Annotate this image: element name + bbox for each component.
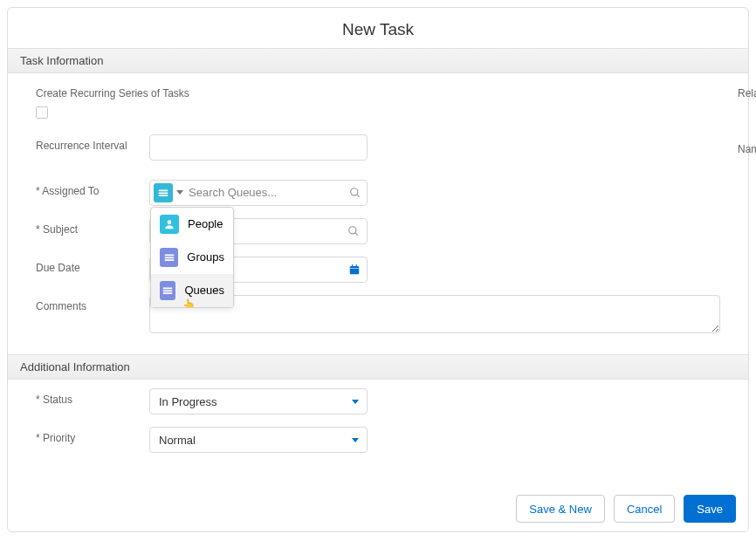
groups-icon xyxy=(160,248,178,267)
left-column: Create Recurring Series of Tasks Recurre… xyxy=(36,82,720,349)
assigned-to-input[interactable] xyxy=(189,186,349,199)
cancel-button[interactable]: Cancel xyxy=(614,495,675,523)
label-recurrence-interval: Recurrence Interval xyxy=(36,134,149,154)
menu-item-label: Queues xyxy=(184,284,224,297)
svg-line-1 xyxy=(357,194,360,196)
svg-line-4 xyxy=(355,232,358,235)
menu-item-queues[interactable]: Queues 👆 xyxy=(151,274,233,307)
new-task-modal: New Task Task Information Create Recurri… xyxy=(7,7,749,532)
priority-select[interactable]: Normal xyxy=(149,427,368,453)
cursor-icon: 👆 xyxy=(182,298,196,308)
svg-point-0 xyxy=(351,188,358,195)
queues-icon xyxy=(160,281,175,300)
modal-footer: Save & New Cancel Save xyxy=(516,495,736,523)
svg-rect-8 xyxy=(356,264,357,266)
comments-textarea[interactable] xyxy=(149,295,720,333)
label-priority: * Priority xyxy=(36,427,149,446)
save-and-new-button[interactable]: Save & New xyxy=(516,495,605,523)
label-due-date: Due Date xyxy=(36,257,149,276)
label-name: Name xyxy=(738,138,756,157)
status-select[interactable]: In Progress xyxy=(149,388,368,414)
queue-icon xyxy=(154,183,173,202)
create-recurring-checkbox[interactable] xyxy=(36,106,48,119)
svg-point-2 xyxy=(168,220,172,224)
svg-point-3 xyxy=(349,226,356,233)
svg-rect-9 xyxy=(350,268,360,269)
menu-item-groups[interactable]: Groups xyxy=(151,241,233,274)
search-icon xyxy=(349,187,361,199)
assigned-to-lookup[interactable]: People Groups xyxy=(149,180,368,206)
menu-item-label: People xyxy=(188,217,223,230)
label-assigned-to: * Assigned To xyxy=(36,180,149,199)
right-column: Related To Name xyxy=(738,82,756,349)
label-create-recurring: Create Recurring Series of Tasks xyxy=(36,82,189,101)
label-comments: Comments xyxy=(36,295,149,314)
modal-title: New Task xyxy=(8,8,748,48)
recurrence-interval-input[interactable] xyxy=(149,134,368,161)
save-button[interactable]: Save xyxy=(684,495,736,523)
calendar-icon[interactable] xyxy=(348,264,361,276)
person-icon xyxy=(160,215,179,234)
section-additional-information: Additional Information xyxy=(8,354,748,380)
entity-selector-caret-icon[interactable] xyxy=(176,190,183,195)
label-status: * Status xyxy=(36,388,149,407)
entity-type-menu: People Groups xyxy=(150,207,234,308)
menu-item-people[interactable]: People xyxy=(151,208,233,241)
label-subject: * Subject xyxy=(36,218,149,237)
search-icon[interactable] xyxy=(347,225,360,237)
section-task-information: Task Information xyxy=(8,48,748,73)
menu-item-label: Groups xyxy=(187,250,224,264)
svg-rect-7 xyxy=(352,264,353,266)
label-related-to: Related To xyxy=(738,82,756,101)
